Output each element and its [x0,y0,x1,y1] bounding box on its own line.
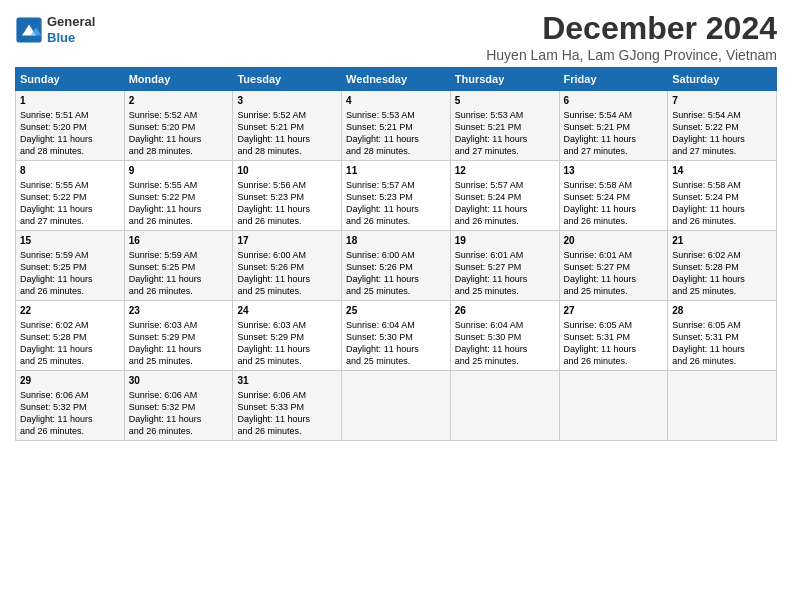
calendar-cell: 9Sunrise: 5:55 AMSunset: 5:22 PMDaylight… [124,161,233,231]
day-number: 21 [672,234,772,248]
day-number: 22 [20,304,120,318]
day-number: 10 [237,164,337,178]
day-number: 8 [20,164,120,178]
calendar-cell [342,371,451,441]
day-number: 31 [237,374,337,388]
day-header-sunday: Sunday [16,68,125,91]
day-header-wednesday: Wednesday [342,68,451,91]
calendar-cell: 24Sunrise: 6:03 AMSunset: 5:29 PMDayligh… [233,301,342,371]
day-number: 24 [237,304,337,318]
calendar-cell: 2Sunrise: 5:52 AMSunset: 5:20 PMDaylight… [124,91,233,161]
day-number: 3 [237,94,337,108]
calendar-cell: 27Sunrise: 6:05 AMSunset: 5:31 PMDayligh… [559,301,668,371]
calendar-cell: 23Sunrise: 6:03 AMSunset: 5:29 PMDayligh… [124,301,233,371]
header-row: SundayMondayTuesdayWednesdayThursdayFrid… [16,68,777,91]
day-number: 25 [346,304,446,318]
day-number: 28 [672,304,772,318]
calendar-cell: 4Sunrise: 5:53 AMSunset: 5:21 PMDaylight… [342,91,451,161]
day-number: 14 [672,164,772,178]
calendar-cell: 29Sunrise: 6:06 AMSunset: 5:32 PMDayligh… [16,371,125,441]
calendar-cell: 28Sunrise: 6:05 AMSunset: 5:31 PMDayligh… [668,301,777,371]
calendar-cell: 15Sunrise: 5:59 AMSunset: 5:25 PMDayligh… [16,231,125,301]
calendar-table: SundayMondayTuesdayWednesdayThursdayFrid… [15,67,777,441]
week-row-2: 8Sunrise: 5:55 AMSunset: 5:22 PMDaylight… [16,161,777,231]
day-number: 13 [564,164,664,178]
day-number: 29 [20,374,120,388]
day-number: 12 [455,164,555,178]
day-number: 15 [20,234,120,248]
calendar-cell: 16Sunrise: 5:59 AMSunset: 5:25 PMDayligh… [124,231,233,301]
calendar-cell: 13Sunrise: 5:58 AMSunset: 5:24 PMDayligh… [559,161,668,231]
logo: General Blue [15,14,95,45]
calendar-cell: 14Sunrise: 5:58 AMSunset: 5:24 PMDayligh… [668,161,777,231]
calendar-cell: 22Sunrise: 6:02 AMSunset: 5:28 PMDayligh… [16,301,125,371]
day-header-monday: Monday [124,68,233,91]
day-header-saturday: Saturday [668,68,777,91]
calendar-cell: 31Sunrise: 6:06 AMSunset: 5:33 PMDayligh… [233,371,342,441]
day-number: 16 [129,234,229,248]
day-number: 9 [129,164,229,178]
week-row-3: 15Sunrise: 5:59 AMSunset: 5:25 PMDayligh… [16,231,777,301]
logo-general: General [47,14,95,30]
week-row-1: 1Sunrise: 5:51 AMSunset: 5:20 PMDaylight… [16,91,777,161]
day-number: 23 [129,304,229,318]
day-number: 4 [346,94,446,108]
calendar-cell: 20Sunrise: 6:01 AMSunset: 5:27 PMDayligh… [559,231,668,301]
day-number: 26 [455,304,555,318]
calendar-cell: 5Sunrise: 5:53 AMSunset: 5:21 PMDaylight… [450,91,559,161]
calendar-cell: 8Sunrise: 5:55 AMSunset: 5:22 PMDaylight… [16,161,125,231]
day-header-thursday: Thursday [450,68,559,91]
day-number: 17 [237,234,337,248]
day-number: 18 [346,234,446,248]
calendar-cell [450,371,559,441]
calendar-cell: 7Sunrise: 5:54 AMSunset: 5:22 PMDaylight… [668,91,777,161]
logo-icon [15,16,43,44]
day-number: 5 [455,94,555,108]
calendar-cell: 19Sunrise: 6:01 AMSunset: 5:27 PMDayligh… [450,231,559,301]
week-row-4: 22Sunrise: 6:02 AMSunset: 5:28 PMDayligh… [16,301,777,371]
logo-text: General Blue [47,14,95,45]
calendar-cell: 10Sunrise: 5:56 AMSunset: 5:23 PMDayligh… [233,161,342,231]
day-header-friday: Friday [559,68,668,91]
subtitle: Huyen Lam Ha, Lam GJong Province, Vietna… [486,47,777,63]
day-number: 1 [20,94,120,108]
main-title: December 2024 [486,10,777,47]
day-number: 20 [564,234,664,248]
calendar-cell [668,371,777,441]
title-block: December 2024 Huyen Lam Ha, Lam GJong Pr… [486,10,777,63]
calendar-cell: 3Sunrise: 5:52 AMSunset: 5:21 PMDaylight… [233,91,342,161]
day-number: 2 [129,94,229,108]
calendar-cell: 25Sunrise: 6:04 AMSunset: 5:30 PMDayligh… [342,301,451,371]
calendar-cell: 17Sunrise: 6:00 AMSunset: 5:26 PMDayligh… [233,231,342,301]
calendar-cell: 6Sunrise: 5:54 AMSunset: 5:21 PMDaylight… [559,91,668,161]
header: General Blue December 2024 Huyen Lam Ha,… [15,10,777,63]
calendar-cell: 30Sunrise: 6:06 AMSunset: 5:32 PMDayligh… [124,371,233,441]
calendar-cell: 12Sunrise: 5:57 AMSunset: 5:24 PMDayligh… [450,161,559,231]
calendar-cell: 21Sunrise: 6:02 AMSunset: 5:28 PMDayligh… [668,231,777,301]
day-header-tuesday: Tuesday [233,68,342,91]
day-number: 27 [564,304,664,318]
calendar-cell [559,371,668,441]
calendar-cell: 26Sunrise: 6:04 AMSunset: 5:30 PMDayligh… [450,301,559,371]
logo-blue: Blue [47,30,95,46]
calendar-cell: 18Sunrise: 6:00 AMSunset: 5:26 PMDayligh… [342,231,451,301]
day-number: 11 [346,164,446,178]
day-number: 6 [564,94,664,108]
week-row-5: 29Sunrise: 6:06 AMSunset: 5:32 PMDayligh… [16,371,777,441]
day-number: 19 [455,234,555,248]
day-number: 30 [129,374,229,388]
calendar-cell: 11Sunrise: 5:57 AMSunset: 5:23 PMDayligh… [342,161,451,231]
calendar-cell: 1Sunrise: 5:51 AMSunset: 5:20 PMDaylight… [16,91,125,161]
day-number: 7 [672,94,772,108]
page: General Blue December 2024 Huyen Lam Ha,… [0,0,792,612]
